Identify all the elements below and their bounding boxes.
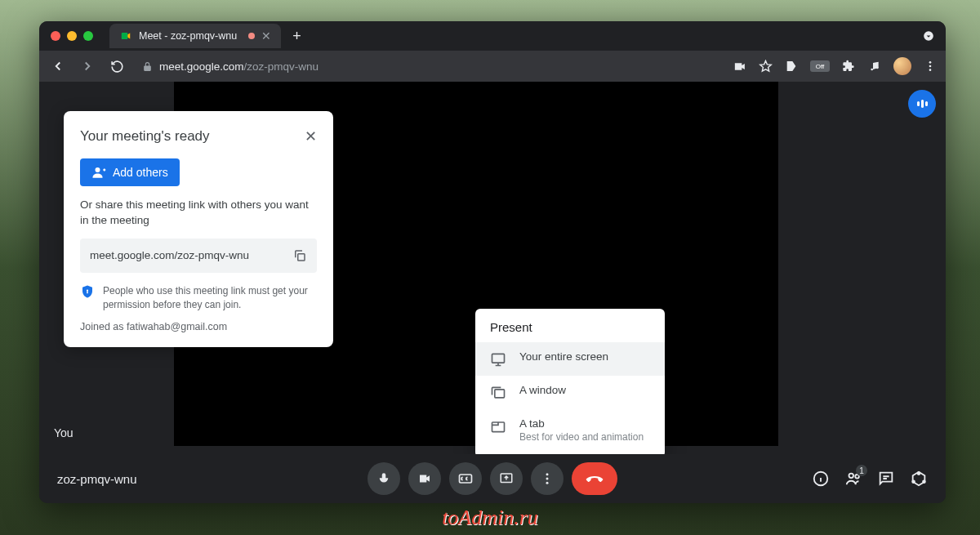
url-host: meet.google.com (159, 60, 244, 73)
present-entire-screen[interactable]: Your entire screen (475, 342, 665, 376)
person-add-icon (91, 165, 106, 180)
participant-count-badge: 1 (856, 465, 867, 476)
url-path: /zoz-pmqv-wnu (244, 60, 319, 73)
extension-1-icon[interactable] (784, 59, 799, 74)
svg-point-18 (546, 482, 549, 484)
svg-rect-12 (495, 390, 505, 398)
svg-rect-8 (298, 254, 305, 261)
joined-as-text: Joined as fatiwahab@gmail.com (80, 321, 317, 332)
present-a-tab[interactable]: A tab Best for video and animation (475, 409, 665, 451)
svg-point-20 (849, 474, 854, 479)
more-options-button[interactable] (531, 462, 564, 495)
maximize-window[interactable] (83, 31, 93, 41)
address-bar[interactable]: meet.google.com/zoz-pmqv-wnu (136, 60, 724, 73)
svg-point-5 (929, 65, 932, 68)
ready-card-title: Your meeting's ready (80, 128, 210, 145)
people-button[interactable]: 1 (844, 470, 862, 488)
svg-point-23 (912, 480, 915, 483)
content-area: You Your meeting's ready ✕ Add others Or… (39, 82, 946, 454)
present-a-window[interactable]: A window (475, 376, 665, 409)
present-option-label: A tab (519, 417, 644, 430)
svg-point-2 (871, 69, 873, 71)
present-button[interactable] (490, 462, 523, 495)
camera-icon[interactable] (732, 59, 746, 74)
present-option-label: A window (519, 384, 566, 396)
monitor-icon (490, 351, 506, 368)
new-tab-button[interactable]: + (292, 28, 301, 45)
titlebar: Meet - zoz-pmqv-wnu ✕ + (39, 21, 946, 51)
present-menu: Present Your entire screen A window A ta… (475, 309, 665, 457)
svg-point-22 (918, 472, 920, 475)
copy-icon[interactable] (292, 248, 307, 263)
meet-favicon-icon (119, 29, 132, 42)
present-option-sublabel: Best for video and animation (519, 431, 644, 443)
svg-point-7 (96, 167, 100, 172)
minimize-window[interactable] (67, 31, 77, 41)
forward-button[interactable] (77, 56, 98, 77)
traffic-lights (51, 31, 93, 41)
svg-point-3 (876, 67, 879, 69)
lock-icon (142, 61, 153, 72)
recording-indicator-icon (248, 33, 255, 39)
browser-tab[interactable]: Meet - zoz-pmqv-wnu ✕ (109, 24, 281, 48)
meeting-ready-card: Your meeting's ready ✕ Add others Or sha… (64, 111, 333, 347)
present-menu-title: Present (475, 320, 665, 342)
captions-button[interactable] (449, 462, 482, 495)
close-icon[interactable]: ✕ (305, 127, 317, 145)
shield-icon (80, 284, 95, 312)
share-text: Or share this meeting link with others y… (80, 198, 317, 229)
add-others-label: Add others (113, 166, 168, 179)
reload-button[interactable] (106, 56, 127, 77)
meeting-link-box: meet.google.com/zoz-pmqv-wnu (80, 239, 317, 273)
browser-menu-icon[interactable] (923, 59, 938, 74)
svg-point-17 (546, 478, 549, 480)
hangup-button[interactable] (572, 462, 617, 495)
tab-close-button[interactable]: ✕ (261, 29, 271, 42)
svg-rect-10 (87, 291, 88, 293)
extension-icons: Off (732, 57, 938, 75)
permission-note-row: People who use this meeting link must ge… (80, 284, 317, 312)
extension-off-icon[interactable]: Off (810, 60, 830, 72)
titlebar-right (923, 30, 934, 42)
chevron-down-icon[interactable] (923, 30, 934, 42)
you-label: You (54, 426, 74, 439)
toolbar: meet.google.com/zoz-pmqv-wnu Off (39, 51, 946, 82)
speaking-indicator-icon (908, 90, 936, 118)
svg-point-16 (546, 473, 549, 475)
bottombar: zoz-pmqv-wnu 1 (39, 454, 946, 503)
profile-avatar[interactable] (893, 57, 911, 75)
permission-note-text: People who use this meeting link must ge… (103, 284, 317, 312)
svg-point-4 (929, 61, 932, 64)
star-icon[interactable] (758, 59, 773, 74)
close-window[interactable] (51, 31, 60, 41)
tab-title: Meet - zoz-pmqv-wnu (139, 30, 237, 42)
camera-button[interactable] (408, 462, 441, 495)
info-button[interactable] (812, 470, 830, 488)
meeting-link-text: meet.google.com/zoz-pmqv-wnu (90, 249, 249, 261)
center-controls (368, 462, 617, 495)
svg-rect-11 (492, 354, 505, 363)
mic-button[interactable] (368, 462, 400, 495)
extensions-icon[interactable] (841, 59, 856, 74)
add-others-button[interactable]: Add others (80, 158, 180, 186)
svg-point-24 (923, 480, 925, 483)
activities-button[interactable] (910, 470, 928, 488)
chat-button[interactable] (877, 470, 895, 488)
watermark: toAdmin.ru (442, 506, 538, 530)
right-controls: 1 (812, 470, 928, 488)
tab-icon (490, 418, 506, 435)
window-icon (490, 385, 506, 401)
svg-point-6 (929, 69, 932, 71)
meeting-id: zoz-pmqv-wnu (57, 472, 137, 486)
back-button[interactable] (47, 56, 69, 77)
present-option-label: Your entire screen (519, 350, 608, 363)
browser-window: Meet - zoz-pmqv-wnu ✕ + meet.google.com/… (39, 21, 946, 503)
svg-rect-0 (122, 33, 128, 39)
music-icon[interactable] (867, 59, 882, 74)
